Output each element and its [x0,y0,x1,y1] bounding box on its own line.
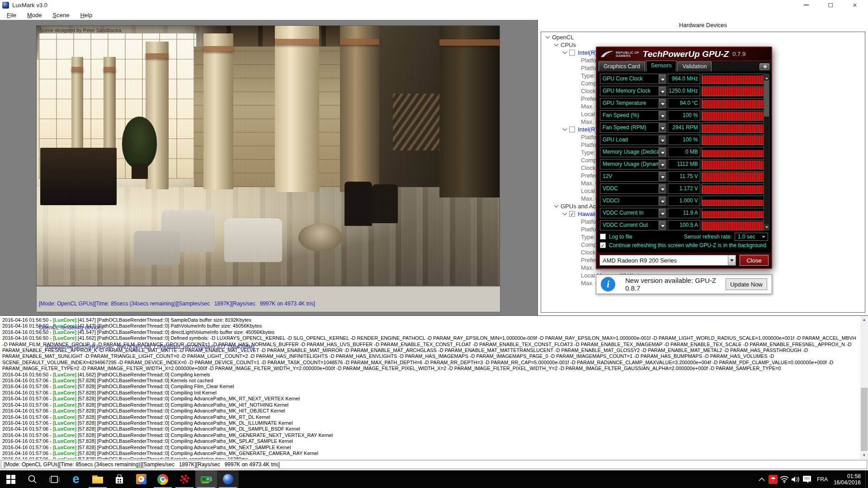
taskbar-luxmark[interactable] [217,470,239,488]
menu-scene[interactable]: Scene [51,11,72,19]
network-tray-button[interactable] [779,470,790,488]
tab-sensors[interactable]: Sensors [646,61,677,71]
dropdown-arrow-icon[interactable] [659,209,665,217]
notifications-button[interactable] [802,470,813,488]
sensor-select[interactable]: 12V [600,171,666,182]
chevron-up-icon [759,477,765,481]
tab-validation[interactable]: Validation [677,61,712,71]
sensor-select[interactable]: Memory Usage (Dedicated) [600,147,666,157]
sensor-select[interactable]: Memory Usage (Dynamic) [600,159,666,169]
gpuz-titlebar[interactable]: REPUBLIC OFGAMERS TechPowerUp GPU-Z 0.7.… [597,47,771,61]
dropdown-arrow-icon[interactable] [728,255,736,265]
gpuz-scrollbar[interactable] [764,74,769,230]
log-scrollbar[interactable]: ▲ ▼ [860,315,868,459]
task-view-button[interactable] [43,470,65,488]
chevron-down-icon[interactable] [545,33,552,41]
camera-icon[interactable] [760,63,769,70]
taskbar-clock[interactable]: 01:58 16/04/2016 [832,473,865,486]
avira-antivirus-icon: ☂ [769,475,778,484]
dropdown-arrow-icon[interactable] [659,160,665,169]
chevron-down-icon[interactable] [553,202,561,210]
chevron-down-icon[interactable] [562,210,569,218]
sensor-select[interactable]: GPU Memory Clock [600,86,666,96]
menu-mode[interactable]: Mode [25,11,44,19]
menu-help[interactable]: Help [78,11,94,19]
scrollbar-thumb[interactable] [861,388,868,451]
sensor-graph [702,74,769,84]
close-button[interactable]: ✕ [848,1,862,9]
restore-button[interactable] [824,1,837,9]
dropdown-arrow-icon[interactable] [659,184,665,193]
dropdown-arrow-icon[interactable] [659,87,665,95]
language-indicator[interactable]: FRA [813,476,832,483]
taskbar-file-explorer[interactable] [87,470,108,488]
scrollbar-thumb[interactable] [764,80,769,117]
scroll-down-icon[interactable] [764,224,769,230]
chevron-down-icon[interactable] [562,49,569,56]
scroll-up-icon[interactable]: ▲ [860,316,868,324]
dropdown-arrow-icon[interactable] [659,172,665,181]
continue-refreshing-checkbox[interactable] [600,242,606,248]
tree-item[interactable]: OpenCL [541,33,865,41]
dropdown-arrow-icon[interactable] [659,197,665,205]
tab-graphics-card[interactable]: Graphics Card [599,61,645,71]
taskbar-store[interactable] [108,470,130,488]
sensor-graph [702,220,769,230]
sensor-select[interactable]: Fan Speed (%) [600,110,666,121]
scroll-down-icon[interactable]: ▼ [860,451,868,459]
dropdown-arrow-icon[interactable] [659,136,665,144]
sensor-value: 0 MB [668,147,700,157]
chevron-down-icon[interactable] [562,126,569,133]
device-checkbox[interactable] [569,127,575,132]
show-desktop-button[interactable] [865,470,868,488]
dropdown-arrow-icon[interactable] [659,148,665,156]
dropdown-arrow-icon[interactable] [659,221,665,230]
sensor-select[interactable]: VDDC Current In [600,208,666,218]
dropdown-arrow-icon[interactable] [659,111,665,120]
sensor-select[interactable]: VDDCI [600,196,666,206]
status-text: [Mode: OpenCL GPUs][Time: 85secs (34secs… [1,460,867,469]
wifi-icon [780,476,789,483]
panel-splitter[interactable] [538,20,538,315]
sensor-select[interactable]: GPU Temperature [600,98,666,108]
gpuz-close-button[interactable]: Close [740,255,769,266]
refresh-rate-select[interactable]: 1.0 sec [735,233,768,241]
sensor-value: 100 % [668,135,700,145]
sensor-graph [702,208,769,218]
sensor-graph [702,171,769,182]
hidden-icons-button[interactable] [756,470,768,488]
dropdown-arrow-icon[interactable] [659,99,665,108]
start-button[interactable] [0,470,22,488]
log-to-file-label: Log to file [609,234,632,240]
taskbar-gpuz[interactable] [195,470,217,488]
sensor-graph-bars [702,75,768,84]
taskbar-edge[interactable]: e [65,470,87,488]
device-checkbox[interactable] [569,50,575,56]
luxmark-icon [223,474,233,484]
sensor-row: 12V 11.75 V [600,171,769,182]
device-checkbox[interactable] [569,211,575,217]
minimize-button[interactable] [799,1,813,9]
search-button[interactable] [22,470,43,488]
avira-tray-button[interactable]: ☂ [768,470,779,488]
sensor-select[interactable]: VDDC Current Out [600,220,666,230]
dropdown-arrow-icon[interactable] [659,75,665,83]
taskbar-gaming-app[interactable] [174,470,195,488]
chevron-down-icon[interactable] [553,41,561,49]
sensor-select[interactable]: Fan Speed (RPM) [600,122,666,133]
update-now-button[interactable]: Update Now [726,278,767,290]
sensor-select[interactable]: GPU Core Clock [600,74,666,84]
dropdown-arrow-icon[interactable] [659,123,665,132]
sensor-select[interactable]: VDDC [600,183,666,194]
menu-file[interactable]: File [5,11,19,19]
volume-tray-button[interactable] [790,470,802,488]
sensor-graph-bars [702,172,768,181]
sensor-select[interactable]: GPU Load [600,135,666,145]
log-to-file-checkbox[interactable] [600,234,606,239]
log-line: 2016-04-16 01:56:50 - [LuxCore] [41.562]… [2,372,859,378]
device-select[interactable]: AMD Radeon R9 200 Series [599,255,736,266]
scroll-up-icon[interactable] [764,74,769,80]
taskbar-media-player[interactable] [130,470,152,488]
sensor-graph [702,183,769,194]
taskbar-chrome[interactable] [152,470,174,488]
